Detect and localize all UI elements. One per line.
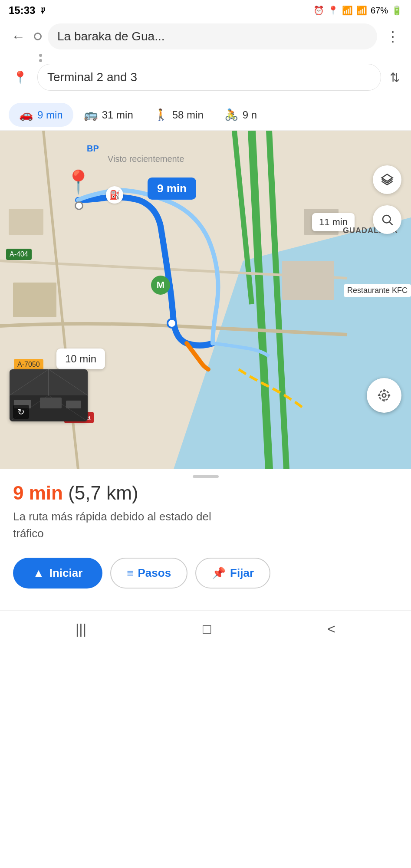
destination-pin-icon: 📍 bbox=[13, 70, 28, 85]
navigation-bar: ← La baraka de Gua... ⋮ 📍 Terminal 2 and… bbox=[0, 19, 411, 99]
locate-button[interactable] bbox=[367, 378, 401, 413]
map-search-button[interactable] bbox=[373, 205, 401, 234]
mode-car[interactable]: 🚗 9 min bbox=[9, 103, 73, 127]
fijar-button[interactable]: 📌 Fijar bbox=[195, 558, 270, 589]
back-nav-button[interactable]: < bbox=[314, 618, 349, 641]
svg-line-8 bbox=[390, 222, 393, 225]
home-button[interactable]: ||| bbox=[62, 618, 99, 641]
a7050-label: A-7050 bbox=[14, 359, 43, 370]
svg-rect-4 bbox=[282, 261, 334, 300]
swap-directions-button[interactable]: ⇅ bbox=[387, 68, 402, 87]
svg-rect-20 bbox=[66, 401, 81, 408]
walk-icon: 🚶 bbox=[154, 108, 168, 122]
status-bar: 15:33 🎙 ⏰ 📍 📶 📶 67% 🔋 bbox=[0, 0, 411, 19]
system-nav-bar: ||| □ < bbox=[0, 610, 411, 648]
bike-icon: 🚴 bbox=[224, 108, 238, 122]
signal-icon: 📶 bbox=[356, 5, 367, 16]
mic-icon: 🎙 bbox=[39, 6, 47, 16]
transit-icon: 🚌 bbox=[84, 108, 98, 122]
route-minutes: 9 min bbox=[13, 482, 63, 503]
kfc-label: Restaurante KFC bbox=[344, 284, 411, 297]
navigation-icon: ▲ bbox=[33, 566, 44, 580]
destination-input[interactable]: Terminal 2 and 3 bbox=[37, 64, 381, 91]
svg-point-10 bbox=[379, 391, 389, 401]
pin-icon: 📌 bbox=[212, 566, 226, 580]
pasos-button[interactable]: ≡ Pasos bbox=[110, 558, 187, 589]
drag-handle[interactable] bbox=[193, 475, 219, 478]
street-view-thumbnail[interactable]: ↻ bbox=[10, 369, 88, 421]
layers-button[interactable] bbox=[373, 165, 401, 194]
status-time: 15:33 bbox=[9, 4, 35, 16]
route-time-display: 9 min (5,7 km) bbox=[13, 482, 398, 504]
street-view-refresh-icon[interactable]: ↻ bbox=[13, 405, 29, 419]
origin-map-dot bbox=[75, 201, 83, 210]
svg-rect-3 bbox=[13, 283, 56, 317]
waypoint-blue-dot bbox=[167, 318, 177, 329]
battery-label: 67% bbox=[371, 6, 388, 16]
svg-rect-19 bbox=[40, 398, 62, 408]
svg-rect-2 bbox=[9, 209, 43, 235]
route-info-sheet: 9 min (5,7 km) La ruta más rápida debido… bbox=[0, 475, 411, 602]
route-distance: (5,7 km) bbox=[68, 482, 138, 503]
action-buttons-row: ▲ Iniciar ≡ Pasos 📌 Fijar bbox=[13, 558, 398, 589]
back-button[interactable]: ← bbox=[9, 26, 28, 47]
route-badge-9min: 9 min bbox=[148, 178, 196, 200]
transport-modes-bar: 🚗 9 min 🚌 31 min 🚶 58 min 🚴 9 n bbox=[0, 99, 411, 131]
iniciar-button[interactable]: ▲ Iniciar bbox=[13, 558, 102, 589]
svg-point-9 bbox=[382, 394, 386, 398]
location-icon: 📍 bbox=[328, 5, 339, 16]
map-view[interactable]: BP Visto recientemente A-404 A-7050 N-34… bbox=[0, 131, 411, 469]
origin-dot-icon bbox=[34, 33, 42, 40]
battery-icon: 🔋 bbox=[391, 5, 402, 16]
origin-input[interactable]: La baraka de Gua... bbox=[48, 23, 377, 49]
bp-label: BP bbox=[87, 144, 99, 154]
route-connector bbox=[39, 54, 42, 62]
fuel-station-icon: ⛽ bbox=[106, 186, 123, 204]
car-icon: 🚗 bbox=[19, 108, 33, 122]
a404-label: A-404 bbox=[6, 249, 32, 260]
mode-walk[interactable]: 🚶 58 min bbox=[144, 103, 214, 127]
svg-point-7 bbox=[383, 215, 391, 223]
list-icon: ≡ bbox=[127, 566, 133, 580]
route-badge-10min: 10 min bbox=[56, 349, 105, 369]
visto-label: Visto recientemente bbox=[108, 154, 184, 164]
wifi-icon: 📶 bbox=[342, 5, 353, 16]
m-marker: M bbox=[151, 276, 170, 295]
mode-transit[interactable]: 🚌 31 min bbox=[73, 103, 144, 127]
more-button[interactable]: ⋮ bbox=[383, 26, 402, 47]
alarm-icon: ⏰ bbox=[313, 5, 324, 16]
destination-map-pin: 📍 bbox=[64, 171, 92, 193]
recents-button[interactable]: □ bbox=[190, 618, 224, 641]
mode-bike[interactable]: 🚴 9 n bbox=[214, 103, 267, 127]
route-description: La ruta más rápida debido al estado del … bbox=[13, 508, 398, 542]
